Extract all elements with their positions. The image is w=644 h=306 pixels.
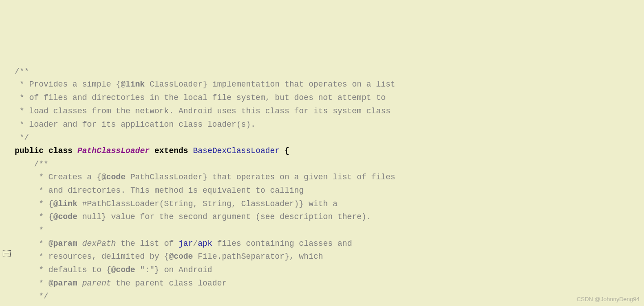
apk-link: apk bbox=[198, 239, 212, 248]
keyword-extends: extends bbox=[154, 146, 188, 155]
javadoc-line: * { bbox=[15, 199, 53, 208]
javadoc-line: * defaults to { bbox=[15, 265, 111, 274]
javadoc-string: ":" bbox=[135, 265, 154, 274]
base-class: BaseDexClassLoader bbox=[193, 146, 280, 155]
watermark: CSDN @JohnnyDeng94 bbox=[577, 294, 640, 304]
javadoc-line: * Provides a simple { bbox=[15, 80, 121, 89]
keyword-class: class bbox=[49, 146, 73, 155]
javadoc-line: * and directories. This method is equiva… bbox=[15, 186, 304, 195]
javadoc-param-name: dexPath bbox=[82, 239, 116, 248]
javadoc-param-name: parent bbox=[82, 279, 111, 288]
javadoc-line: #PathClassLoader(String, String, ClassLo… bbox=[77, 199, 337, 208]
javadoc-line: * load classes from the network. Android… bbox=[15, 107, 391, 116]
javadoc-line: * loader and for its application class l… bbox=[15, 120, 256, 129]
javadoc-tag-code: @code bbox=[111, 265, 135, 274]
javadoc-line: the parent class loader bbox=[111, 279, 227, 288]
javadoc-tag-code: @code bbox=[101, 173, 125, 182]
slash: / bbox=[193, 239, 198, 248]
javadoc-line: * { bbox=[15, 212, 53, 221]
javadoc-tag-link: @link bbox=[53, 199, 77, 208]
javadoc-tag-code: @code bbox=[53, 212, 77, 221]
method-gutter-icon[interactable] bbox=[3, 250, 11, 256]
javadoc-tag-param: @param bbox=[49, 239, 78, 248]
javadoc-line: File.pathSeparator}, which bbox=[193, 252, 323, 261]
javadoc-line: * Creates a { bbox=[15, 173, 101, 182]
javadoc-line: } on Android bbox=[154, 265, 212, 274]
code-block: /** * Provides a simple {@link ClassLoad… bbox=[0, 65, 644, 306]
brace-open: { bbox=[285, 146, 289, 155]
javadoc-line: the list of bbox=[116, 239, 178, 248]
javadoc-tag-code: @code bbox=[169, 252, 193, 261]
javadoc-line: * bbox=[15, 239, 49, 248]
keyword-public: public bbox=[15, 146, 44, 155]
javadoc-line: * resources, delimited by { bbox=[15, 252, 169, 261]
javadoc-line: ClassLoader} implementation that operate… bbox=[145, 80, 396, 89]
jar-link: jar bbox=[178, 239, 193, 248]
javadoc-start: /** bbox=[15, 160, 49, 169]
javadoc-line: * bbox=[15, 279, 49, 288]
javadoc-line: null} value for the second argument (see… bbox=[77, 212, 371, 221]
javadoc-line: PathClassLoader} that operates on a give… bbox=[125, 173, 395, 182]
javadoc-line: files containing classes and bbox=[212, 239, 352, 248]
javadoc-line: * of files and directories in the local … bbox=[15, 93, 386, 102]
javadoc-tag-param: @param bbox=[49, 279, 78, 288]
javadoc-end: */ bbox=[15, 133, 29, 142]
javadoc-line: * bbox=[15, 226, 44, 235]
javadoc-end: */ bbox=[15, 292, 49, 301]
javadoc-tag-link: @link bbox=[121, 80, 145, 89]
javadoc-start: /** bbox=[15, 67, 29, 76]
class-name: PathClassLoader bbox=[77, 146, 149, 155]
